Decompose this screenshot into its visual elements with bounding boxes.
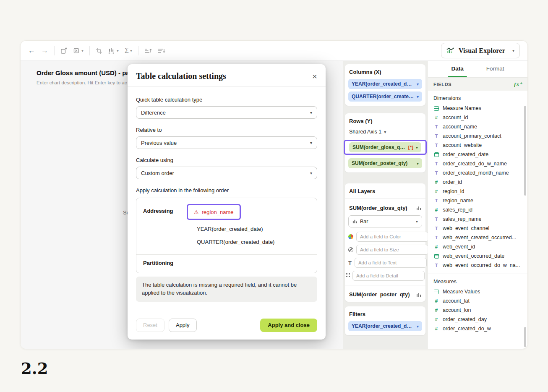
tab-data[interactable]: Data	[445, 61, 469, 77]
text-field-input[interactable]	[355, 258, 427, 268]
text-icon	[433, 226, 439, 231]
relative-to-select[interactable]: Previous value ▾	[136, 136, 317, 149]
field-item[interactable]: region_name	[428, 196, 527, 205]
chevron-down-icon: ▾	[117, 48, 119, 53]
text-icon	[433, 263, 439, 268]
calendar-icon	[433, 152, 439, 157]
field-item[interactable]: Measure Values	[428, 287, 527, 296]
addressing-label: Addressing	[143, 204, 187, 248]
apply-button[interactable]: Apply	[169, 319, 197, 332]
number-icon	[433, 298, 439, 303]
calendar-icon	[433, 254, 439, 259]
field-item[interactable]: web_event_created_occurred...	[428, 233, 527, 242]
pill-sum-order-poster-qty[interactable]: SUM(order_poster_qty) ▾	[348, 158, 422, 168]
measures-scrollbar[interactable]	[524, 327, 526, 347]
order-item-quarter[interactable]: QUARTER(order_created_date)	[187, 235, 310, 248]
bar-chart-icon	[352, 219, 357, 224]
modal-title: Table calculation settings	[136, 71, 226, 81]
field-item[interactable]: order_created_date	[428, 150, 527, 159]
field-item[interactable]: sales_rep_name	[428, 214, 527, 224]
number-icon	[433, 189, 439, 194]
add-calculated-field-icon[interactable]: ƒx⁺	[514, 81, 522, 88]
pill-quarter-order-created-date[interactable]: QUARTER(order_created_...) ▾	[348, 91, 422, 102]
sort-descending-button[interactable]	[158, 47, 165, 54]
axis-scale-button[interactable]: ▾	[108, 47, 119, 54]
grid-icon	[433, 106, 439, 111]
field-item[interactable]: account_primary_contact	[428, 131, 527, 141]
apply-and-close-button[interactable]: Apply and close	[260, 319, 317, 332]
chevron-down-icon: ▾	[81, 48, 84, 53]
back-button[interactable]: ←	[28, 47, 35, 55]
forward-button[interactable]: →	[41, 47, 48, 55]
tab-format[interactable]: Format	[480, 61, 510, 77]
columns-shelf-title: Columns (X)	[348, 68, 422, 79]
field-item[interactable]: order_created_do_w_name	[428, 159, 527, 168]
addressing-items: ⚠ region_name YEAR(order_created_date) Q…	[187, 204, 310, 248]
field-item[interactable]: web_event_channel	[428, 224, 527, 233]
field-item[interactable]: account_lat	[428, 296, 527, 306]
reset-button[interactable]: Reset	[136, 319, 164, 332]
text-icon: T	[348, 260, 352, 266]
remove-chart-icon	[73, 47, 80, 54]
detail-field-input[interactable]	[352, 271, 425, 281]
field-item[interactable]: order_created_do_w	[428, 324, 527, 333]
remove-chart-button[interactable]: ▾	[73, 47, 84, 54]
chevron-down-icon: ▾	[130, 48, 132, 53]
grid-icon	[433, 290, 439, 294]
field-item[interactable]: order_created_day	[428, 315, 527, 324]
field-item[interactable]: order_created_month_name	[428, 168, 527, 178]
modal-body: Quick table calculation type Difference …	[128, 87, 326, 302]
toolbar-divider	[89, 46, 90, 55]
order-item-region-name[interactable]: ⚠ region_name	[194, 209, 234, 215]
visual-explorer-switcher[interactable]: Visual Explorer ▾	[441, 43, 520, 58]
quick-calc-select[interactable]: Difference ▾	[136, 106, 317, 119]
layer-gloss-row[interactable]: SUM(order_gloss_qty)	[348, 202, 422, 214]
text-icon	[433, 143, 439, 148]
color-icon	[348, 234, 353, 239]
text-icon	[433, 170, 439, 175]
field-item[interactable]: region_id	[428, 187, 527, 196]
close-icon[interactable]: ×	[312, 72, 317, 81]
number-icon	[433, 207, 439, 212]
number-icon	[433, 308, 439, 313]
dimensions-scrollbar[interactable]	[524, 106, 526, 196]
field-item[interactable]: account_name	[428, 122, 527, 131]
field-item[interactable]: web_event_occurred_date	[428, 251, 527, 261]
bar-chart-icon	[416, 292, 421, 297]
pill-sum-order-gloss-qty[interactable]: SUM(order_gloss_qty) [*] ▾	[349, 142, 421, 152]
duplicate-chart-button[interactable]	[60, 47, 68, 54]
aggregation-button[interactable]: Σ ▾	[125, 47, 132, 55]
color-field-input[interactable]	[356, 232, 428, 242]
toolbar-divider	[138, 46, 138, 55]
size-drop-row	[348, 245, 422, 255]
calculate-using-select[interactable]: Custom order ▾	[136, 167, 317, 179]
pill-year-order-created-date[interactable]: YEAR(order_created_date) ▾	[348, 79, 422, 89]
field-item[interactable]: account_lon	[428, 306, 527, 315]
shared-axis-dropdown[interactable]: Shared Axis 1 ▾	[348, 128, 422, 139]
field-item[interactable]: order_id	[428, 178, 527, 187]
chevron-down-icon: ▾	[310, 171, 312, 175]
number-icon	[433, 326, 439, 331]
filters-shelf: Filters YEAR(order_created_date) ▾	[345, 306, 425, 335]
annotation-highlight: SUM(order_gloss_qty) [*] ▾	[344, 140, 427, 155]
field-item[interactable]: web_event_id	[428, 242, 527, 251]
sort-descending-icon	[158, 47, 165, 54]
field-item[interactable]: account_id	[428, 113, 527, 122]
size-field-input[interactable]	[356, 245, 428, 255]
chevron-down-icon: ▾	[384, 130, 386, 134]
field-item[interactable]: Measure Names	[428, 104, 527, 113]
chevron-down-icon: ▾	[512, 48, 514, 53]
number-icon	[433, 317, 439, 322]
field-item[interactable]: sales_rep_id	[428, 205, 527, 214]
mark-type-select[interactable]: Bar ▾	[348, 215, 422, 227]
chevron-down-icon: ▾	[417, 94, 419, 99]
sort-ascending-button[interactable]	[144, 47, 152, 54]
visual-explorer-icon	[446, 47, 455, 54]
pill-filter-year-order-created-date[interactable]: YEAR(order_created_date) ▾	[348, 321, 422, 331]
layer-poster-row[interactable]: SUM(order_poster_qty)	[348, 289, 422, 298]
crop-button[interactable]	[96, 47, 102, 54]
field-item[interactable]: web_event_occurred_do_w_na...	[428, 261, 527, 270]
calculation-order-box: Addressing ⚠ region_name YEAR(order_crea…	[136, 198, 317, 273]
order-item-year[interactable]: YEAR(order_created_date)	[187, 222, 310, 235]
field-item[interactable]: account_website	[428, 141, 527, 150]
